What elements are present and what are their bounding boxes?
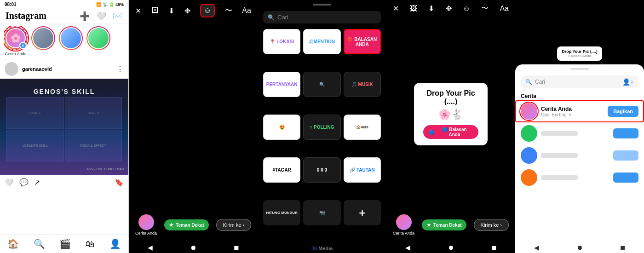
nav-home-btn-2[interactable]: ⏺ <box>448 244 454 251</box>
nav-recent-btn-2[interactable]: ◼ <box>491 244 497 251</box>
share-search[interactable]: 🔍 Cari 👤+ <box>521 75 638 88</box>
search-placeholder[interactable]: Cari <box>277 14 288 21</box>
sticker-add[interactable]: ＋ <box>344 200 381 225</box>
story-label-3: ··· <box>69 52 73 56</box>
close-icon[interactable]: ✕ <box>135 6 141 15</box>
drop-pic-balasan[interactable]: 🔵 🔵 Balasan Anda <box>423 125 478 139</box>
nav-home-icon[interactable]: 🏠 <box>7 238 19 249</box>
skill-grid: SKILL 1 SKILL 2 ULTIMATE SKILL RECALL EF… <box>6 97 122 161</box>
cerita-anda-btn[interactable]: Cerita Anda <box>135 214 157 236</box>
share-item-3 <box>515 144 644 167</box>
sticker-search[interactable]: 🔍 <box>303 72 340 97</box>
story-item-3[interactable]: ··· <box>59 26 83 56</box>
share-icon[interactable]: ↗ <box>34 178 40 187</box>
kirim-label: Kirim ke › <box>223 222 244 228</box>
dm-icon[interactable]: ✉️ <box>113 11 123 21</box>
sticker-balasan[interactable]: 🔴 BALASAN ANDA <box>344 29 381 54</box>
nav-home-btn-5[interactable]: ⏺ <box>576 244 583 251</box>
share-own-sub-text: Opsi Berbagi <box>541 112 568 117</box>
text-icon[interactable]: Aa <box>242 6 251 15</box>
kirim-label-2: Kirim ke › <box>481 222 502 228</box>
story-toolbar: ✕ 🖼 ⬇ ✥ ☺ 〜 Aa <box>129 0 258 21</box>
feed-more-icon[interactable]: ⋮ <box>116 65 124 74</box>
blur-name-2 <box>541 131 578 136</box>
sticker-counter[interactable]: 0 0 0 <box>303 157 340 183</box>
nav-back-icon-2[interactable]: ◀ <box>405 244 410 251</box>
teman-dekat-btn[interactable]: ★ Teman Dekat <box>164 219 209 230</box>
heart-icon[interactable]: 🤍 <box>96 11 106 21</box>
like-icon[interactable]: 🤍 <box>5 178 14 187</box>
share-nav-bottom: ◀ ⏺ ◼ <box>515 242 644 253</box>
sticker-icon-2[interactable]: ☺ <box>463 5 470 13</box>
panel-sticker-picker: 🔍 Cari 📍 LOKASI @MENTION 🔴 BALASAN ANDA … <box>258 0 386 253</box>
search-bar[interactable]: 🔍 Cari <box>263 11 381 23</box>
sticker-musik[interactable]: 🎵 MUSIK <box>344 72 381 97</box>
blur-name-4 <box>541 175 578 180</box>
share-avatar-4 <box>521 169 537 186</box>
kirim-ke-btn-2[interactable]: Kirim ke › <box>474 219 509 231</box>
share-search-placeholder[interactable]: Cari <box>535 79 620 85</box>
download-icon-2[interactable]: ⬇ <box>428 4 434 13</box>
sticker-mention[interactable]: @MENTION <box>303 29 340 54</box>
sticker-grid: 📍 LOKASI @MENTION 🔴 BALASAN ANDA PERTANY… <box>258 25 386 244</box>
sticker-lokasi[interactable]: 📍 LOKASI <box>263 29 300 54</box>
story-item-own[interactable]: 🌸 + Cerita Anda <box>4 26 28 56</box>
nav-profile-icon[interactable]: 👤 <box>109 238 121 249</box>
nav-back-icon[interactable]: ◀ <box>148 244 153 251</box>
story-item-2[interactable]: ··· <box>31 26 55 56</box>
share-own-avatar <box>521 103 537 120</box>
download-icon[interactable]: ⬇ <box>168 6 174 15</box>
drop-pic-sticker[interactable]: Drop Your Pic (....) 🌸🐇 🔵 🔵 Balasan Anda <box>414 83 488 145</box>
nav-search-icon[interactable]: 🔍 <box>34 238 45 249</box>
feed-image: GENOS'S SKILL SKILL 1 SKILL 2 ULTIMATE S… <box>0 79 128 175</box>
move-icon[interactable]: ✥ <box>184 6 190 15</box>
nav-reels-icon[interactable]: 🎬 <box>59 238 71 249</box>
sticker-tautan[interactable]: 🔗 TAUTAN <box>344 157 381 183</box>
story-ring-2 <box>31 26 55 50</box>
drop-pic-preview-thumb: Drop Your Pic (....) Balasan Anda <box>557 46 602 61</box>
sticker-hitung[interactable]: HITUNG MUNDUR <box>263 200 300 225</box>
kirim-ke-btn[interactable]: Kirim ke › <box>216 219 251 231</box>
add-post-icon[interactable]: ➕ <box>80 11 90 21</box>
sticker-huis[interactable]: 🏠HUIS <box>344 115 381 140</box>
cerita-avatar-2 <box>396 214 412 230</box>
nav-shop-icon[interactable]: 🛍 <box>86 239 95 249</box>
sticker-pertanyaan[interactable]: PERTANYAAN <box>263 72 300 97</box>
skill-cell-3: ULTIMATE SKILL <box>6 130 64 161</box>
sticker-polling[interactable]: ≡ POLLING <box>303 115 340 140</box>
story-avatar-2 <box>32 27 54 49</box>
nav-back-icon-5[interactable]: ◀ <box>534 244 539 251</box>
draw-icon-2[interactable]: 〜 <box>481 4 489 13</box>
story-item-4[interactable]: ··· <box>86 26 110 56</box>
comment-icon[interactable]: 💬 <box>19 178 29 187</box>
nav-home-btn[interactable]: ⏺ <box>190 244 196 251</box>
status-icons: 📶 📡 🔋 49% <box>96 2 124 7</box>
story-label-4: ··· <box>97 52 100 56</box>
feed-brand: AOV • ONE PUNCH MAN <box>86 167 124 171</box>
nav-recent-btn[interactable]: ◼ <box>234 244 239 251</box>
share-top-preview: Drop Your Pic (....) Balasan Anda <box>515 0 644 64</box>
sticker-icon-highlighted[interactable]: ☺ <box>200 4 215 17</box>
teman-dekat-btn-2[interactable]: ★ Teman Dekat <box>422 219 466 230</box>
sticker-tagar[interactable]: #TAGAR <box>263 157 300 183</box>
add-story-btn[interactable]: + <box>19 42 27 49</box>
save-icon[interactable]: 🔖 <box>115 178 124 187</box>
text-icon-2[interactable]: Aa <box>500 5 509 13</box>
add-person-icon[interactable]: 👤+ <box>622 78 634 86</box>
image-icon[interactable]: 🖼 <box>151 6 159 15</box>
sticker-camera[interactable]: 📷 <box>303 200 340 225</box>
sticker-emoji[interactable]: 😍 <box>263 115 300 140</box>
search-icon: 🔍 <box>268 14 275 21</box>
panel-story-sticker: ✕ 🖼 ⬇ ✥ ☺ 〜 Aa Drop Your Pic (....) 🌸🐇 🔵… <box>386 0 515 253</box>
image-icon-2[interactable]: 🖼 <box>410 5 417 13</box>
share-own-sub[interactable]: Opsi Berbagi ∨ <box>541 112 572 117</box>
nav-recent-btn-5[interactable]: ◼ <box>620 244 626 251</box>
share-info-2 <box>541 131 578 136</box>
move-icon-2[interactable]: ✥ <box>446 4 452 13</box>
share-info-4 <box>541 175 578 180</box>
skill-cell-4: RECALL EFFECT <box>65 130 122 161</box>
cerita-anda-btn-2[interactable]: Cerita Anda <box>393 214 414 236</box>
bagikan-button[interactable]: Bagikan <box>608 106 638 117</box>
draw-icon[interactable]: 〜 <box>225 6 232 16</box>
close-icon-2[interactable]: ✕ <box>393 4 399 13</box>
